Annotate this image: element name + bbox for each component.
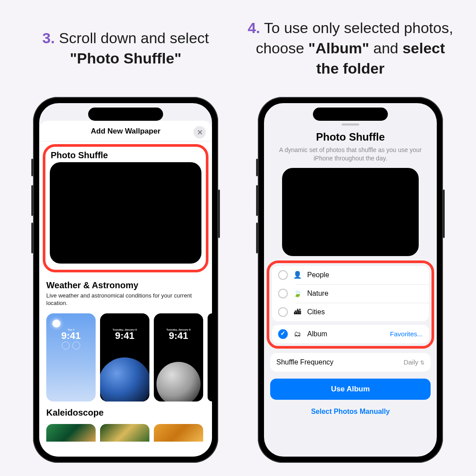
shuffle-preview (282, 168, 419, 256)
step-4-column: 4. To use only selected photos, choose "… (247, 9, 454, 467)
wallpaper-thumb-kaleidoscope[interactable] (100, 424, 149, 442)
drag-handle-icon[interactable] (342, 123, 359, 126)
radio-checked-icon (278, 329, 288, 339)
add-wallpaper-modal: Add New Wallpaper ✕ Photo Shuffle Weathe… (39, 121, 212, 457)
photo-shuffle-config: Photo Shuffle A dynamic set of photos th… (264, 131, 437, 256)
sun-icon (52, 320, 60, 327)
shuffle-frequency-row[interactable]: Shuffle Frequency Daily⇅ (270, 353, 431, 372)
phone-screen: Add New Wallpaper ✕ Photo Shuffle Weathe… (39, 103, 212, 457)
wallpaper-thumb-weather[interactable]: Tue 4 9:41 (46, 313, 96, 402)
thumb-date: Tue 4 (46, 328, 96, 331)
album-option-group: 🗂 Album Favorites... (272, 325, 429, 343)
phone-mock-left: Add New Wallpaper ✕ Photo Shuffle Weathe… (33, 97, 218, 463)
wallpaper-thumb-earth[interactable]: Tuesday, January 9 9:41 (100, 313, 149, 402)
use-album-button[interactable]: Use Album (270, 379, 431, 400)
select-manually-button[interactable]: Select Photos Manually (264, 404, 437, 419)
phone-side-button (31, 223, 33, 253)
person-icon: 👤 (293, 271, 302, 279)
sheet-subtitle: A dynamic set of photos that shuffle as … (272, 146, 429, 163)
option-album[interactable]: 🗂 Album Favorites... (272, 325, 429, 343)
phone-side-button (256, 159, 258, 176)
phone-mock-right: Photo Shuffle A dynamic set of photos th… (258, 97, 443, 463)
option-label: Album (307, 330, 385, 338)
phone-screen: Photo Shuffle A dynamic set of photos th… (264, 103, 437, 457)
close-button[interactable]: ✕ (193, 126, 206, 138)
thumb-time: 9:41 (100, 331, 149, 341)
step-3-number: 3. (42, 30, 55, 46)
radio-icon (278, 270, 288, 280)
photo-shuffle-section-title: Photo Shuffle (50, 150, 201, 160)
thumb-date: Tuesday, January 9 (100, 328, 149, 331)
weather-subtitle: Live weather and astronomical conditions… (46, 292, 205, 307)
option-label: Cities (307, 308, 423, 316)
option-label: People (307, 271, 423, 279)
chevron-updown-icon: ⇅ (420, 360, 424, 366)
kaleidoscope-section: Kaleidoscope (39, 403, 212, 421)
option-people[interactable]: 👤 People (272, 266, 429, 284)
thumb-date: Tuesday, January 9 (154, 328, 203, 331)
phone-side-button (443, 190, 445, 238)
wallpaper-thumb-moon[interactable]: Tuesday, January 9 9:41 (154, 313, 203, 402)
phone-side-button (31, 185, 33, 216)
weather-section: Weather & Astronomy Live weather and ast… (39, 276, 212, 309)
radio-icon (278, 307, 288, 317)
close-icon: ✕ (197, 128, 203, 137)
building-icon: 🏙 (293, 308, 302, 316)
radio-icon (278, 289, 288, 298)
step-3-instruction: 3. Scroll down and select "Photo Shuffle… (22, 9, 229, 88)
step-4-instruction: 4. To use only selected photos, choose "… (247, 9, 454, 88)
option-cities[interactable]: 🏙 Cities (272, 303, 429, 321)
moon-icon (156, 362, 201, 402)
wallpaper-thumb-kaleidoscope[interactable] (46, 424, 96, 442)
step-4-number: 4. (248, 19, 260, 36)
phone-side-button (256, 185, 258, 216)
phone-side-button (31, 159, 33, 176)
album-icon: 🗂 (293, 330, 302, 338)
option-label: Nature (307, 290, 423, 298)
option-nature[interactable]: 🍃 Nature (272, 284, 429, 303)
freq-label: Shuffle Frequency (276, 358, 334, 366)
freq-value: Daily (404, 358, 418, 366)
step-3-column: 3. Scroll down and select "Photo Shuffle… (22, 9, 229, 467)
photo-shuffle-highlight: Photo Shuffle (43, 144, 208, 272)
category-options: 👤 People 🍃 Nature 🏙 Cities (272, 266, 429, 321)
earth-icon (100, 357, 149, 402)
thumb-time: 9:41 (46, 331, 96, 341)
modal-header: Add New Wallpaper ✕ (39, 127, 212, 141)
weather-thumbnails: Tue 4 9:41 Tuesday, January 9 9:41 (39, 309, 212, 403)
album-picker-link[interactable]: Favorites... (390, 330, 423, 338)
phone-side-button (218, 190, 220, 238)
kaleidoscope-thumbnails (39, 421, 212, 442)
leaf-icon: 🍃 (293, 289, 302, 298)
weather-title: Weather & Astronomy (46, 280, 205, 290)
kaleidoscope-title: Kaleidoscope (46, 408, 205, 418)
wallpaper-thumb-kaleidoscope[interactable] (154, 424, 203, 442)
photo-shuffle-preview[interactable] (50, 162, 201, 264)
album-options-highlight: 👤 People 🍃 Nature 🏙 Cities (267, 260, 434, 349)
phone-side-button (256, 223, 258, 253)
sheet-title: Photo Shuffle (272, 131, 429, 143)
modal-title: Add New Wallpaper (91, 127, 160, 135)
thumb-time: 9:41 (154, 331, 203, 341)
wallpaper-thumb-partial[interactable] (208, 313, 212, 402)
